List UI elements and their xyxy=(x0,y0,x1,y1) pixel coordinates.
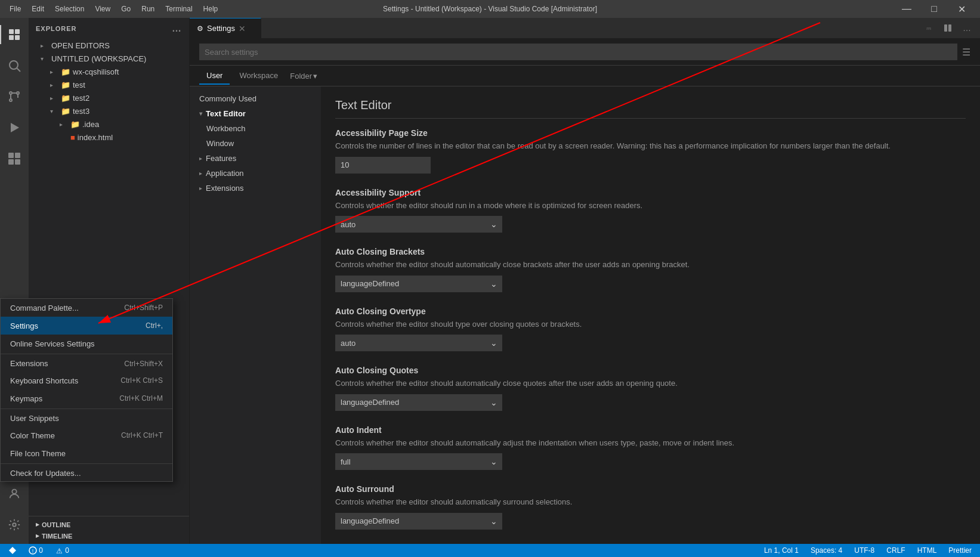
nav-commonly-used[interactable]: Commonly Used xyxy=(190,91,321,106)
context-menu-command-palette[interactable]: Command Palette... Ctrl+Shift+P xyxy=(1,299,172,317)
settings-body: Commonly Used ▾ Text Editor Workbench Wi… xyxy=(190,86,980,544)
status-encoding[interactable]: UTF-8 xyxy=(851,544,878,557)
nav-window[interactable]: Window xyxy=(190,136,321,151)
open-editors-section[interactable]: ▸ OPEN EDITORS xyxy=(29,39,189,52)
user-tab[interactable]: User xyxy=(199,67,230,85)
accounts-activity-icon[interactable] xyxy=(0,479,29,508)
workspace-label: UNTITLED (WORKSPACE) xyxy=(51,54,146,63)
context-menu-user-snippets[interactable]: User Snippets xyxy=(1,409,172,426)
extensions-activity-icon[interactable] xyxy=(0,144,29,173)
tree-item-wx[interactable]: ▸ 📁 wx-cqshilisoft xyxy=(29,65,189,78)
workspace-tab[interactable]: Workspace xyxy=(232,67,285,85)
context-menu-settings[interactable]: Settings Ctrl+, xyxy=(1,317,172,335)
context-menu-keyboard-shortcuts[interactable]: Keyboard Shortcuts Ctrl+K Ctrl+S xyxy=(1,372,172,389)
tree-item-test[interactable]: ▸ 📁 test xyxy=(29,78,189,91)
context-menu-color-theme[interactable]: Color Theme Ctrl+K Ctrl+T xyxy=(1,426,172,444)
settings-tab-close[interactable]: ✕ xyxy=(239,24,246,33)
manage-activity-icon[interactable] xyxy=(0,510,29,539)
nav-text-editor[interactable]: ▾ Text Editor xyxy=(190,106,321,121)
copy-to-side-button[interactable]: ⎓ xyxy=(920,20,937,36)
nav-features-label: Features xyxy=(206,154,236,163)
tree-item-test2[interactable]: ▸ 📁 test2 xyxy=(29,91,189,104)
tree-item-test3[interactable]: ▾ 📁 test3 xyxy=(29,104,189,117)
folder-tab[interactable]: Folder ▾ xyxy=(287,68,320,84)
auto-indent-desc: Controls whether the editor should autom… xyxy=(335,437,966,449)
status-errors[interactable]: ! 0 xyxy=(25,544,47,557)
settings-search-input[interactable] xyxy=(199,44,957,60)
source-control-activity-icon[interactable] xyxy=(0,82,29,111)
nav-extensions[interactable]: ▸ Extensions xyxy=(190,181,321,196)
menu-help[interactable]: Help xyxy=(199,4,223,14)
auto-indent-select[interactable]: nonekeepbracketsadvancedfull xyxy=(335,453,502,470)
svg-rect-2 xyxy=(9,35,14,40)
accessibility-support-desc: Controls whether the editor should run i… xyxy=(335,200,966,212)
settings-filter-icon[interactable]: ☰ xyxy=(962,47,970,58)
maximize-button[interactable]: □ xyxy=(920,0,948,18)
tab-bar: ⚙ Settings ✕ ⎓ … xyxy=(190,18,980,39)
status-language[interactable]: HTML xyxy=(914,544,941,557)
svg-marker-10 xyxy=(11,123,19,132)
status-remote[interactable] xyxy=(5,544,20,557)
status-bar: ! 0 ⚠ 0 Ln 1, Col 1 Spaces: 4 UTF-8 CRLF… xyxy=(0,544,980,557)
settings-search-bar: ☰ xyxy=(190,39,980,66)
menu-terminal[interactable]: Terminal xyxy=(160,4,197,14)
open-editors-chevron: ▸ xyxy=(41,42,49,49)
accessibility-page-size-desc: Controls the number of lines in the edit… xyxy=(335,140,966,152)
status-spaces[interactable]: Spaces: 4 xyxy=(807,544,846,557)
tab-bar-actions: ⎓ … xyxy=(916,18,980,38)
html-file-icon: ■ xyxy=(70,133,75,142)
search-activity-icon[interactable] xyxy=(0,51,29,80)
context-menu-online-services[interactable]: Online Services Settings xyxy=(1,335,172,352)
status-formatter[interactable]: Prettier xyxy=(945,544,975,557)
context-menu-file-icon-theme[interactable]: File Icon Theme xyxy=(1,444,172,462)
auto-closing-brackets-select[interactable]: languageDefinedalwaysbeforeWhitespacenev… xyxy=(335,276,502,292)
auto-closing-quotes-select[interactable]: languageDefinedalwaysbeforeWhitespacenev… xyxy=(335,394,502,411)
menu-file[interactable]: File xyxy=(5,4,26,14)
auto-closing-quotes-select-wrapper: languageDefinedalwaysbeforeWhitespacenev… xyxy=(335,394,502,411)
status-ln-col[interactable]: Ln 1, Col 1 xyxy=(760,544,802,557)
nav-features[interactable]: ▸ Features xyxy=(190,151,321,166)
nav-workbench[interactable]: Workbench xyxy=(190,121,321,136)
auto-closing-overtype-select[interactable]: autoalwaysnever xyxy=(335,335,502,351)
folder-icon-test2: 📁 xyxy=(61,94,70,103)
menu-selection[interactable]: Selection xyxy=(50,4,89,14)
test-chevron: ▸ xyxy=(50,82,58,88)
timeline-label: TIMELINE xyxy=(42,533,72,540)
accessibility-page-size-title: Accessibility Page Size xyxy=(335,128,966,138)
context-menu-keymaps[interactable]: Keymaps Ctrl+K Ctrl+M xyxy=(1,389,172,407)
run-debug-activity-icon[interactable] xyxy=(0,113,29,142)
settings-tab[interactable]: ⚙ Settings ✕ xyxy=(190,18,261,38)
test-label: test xyxy=(73,81,85,89)
menu-edit[interactable]: Edit xyxy=(27,4,49,14)
tree-item-idea[interactable]: ▸ 📁 .idea xyxy=(29,117,189,131)
auto-surround-select[interactable]: languageDefinedquotesbracketsnever xyxy=(335,513,502,530)
menu-view[interactable]: View xyxy=(90,4,115,14)
minimize-button[interactable]: — xyxy=(893,0,920,18)
menu-run[interactable]: Run xyxy=(137,4,159,14)
sidebar-more-actions-icon[interactable]: … xyxy=(172,23,182,34)
tree-item-indexhtml[interactable]: ▸ ■ index.html xyxy=(29,131,189,144)
more-tab-actions-button[interactable]: … xyxy=(959,20,975,36)
open-editors-label: OPEN EDITORS xyxy=(51,41,110,50)
outline-section[interactable]: ▸ OUTLINE xyxy=(29,519,189,530)
status-warnings[interactable]: ⚠ 0 xyxy=(51,544,73,557)
check-updates-label: Check for Updates... xyxy=(10,469,81,478)
file-icon-theme-label: File Icon Theme xyxy=(10,449,66,458)
context-menu-extensions[interactable]: Extensions Ctrl+Shift+X xyxy=(1,354,172,372)
close-button[interactable]: ✕ xyxy=(948,0,975,18)
status-line-endings[interactable]: CRLF xyxy=(883,544,908,557)
titlebar-menu: File Edit Selection View Go Run Terminal… xyxy=(5,4,222,14)
context-menu-check-updates[interactable]: Check for Updates... xyxy=(1,463,172,481)
nav-application[interactable]: ▸ Application xyxy=(190,166,321,181)
split-editor-button[interactable] xyxy=(939,20,956,36)
menu-go[interactable]: Go xyxy=(116,4,135,14)
explorer-activity-icon[interactable] xyxy=(0,20,29,49)
workspace-section[interactable]: ▾ UNTITLED (WORKSPACE) xyxy=(29,52,189,65)
settings-main: Text Editor Accessibility Page Size Cont… xyxy=(321,86,980,544)
keymaps-shortcut: Ctrl+K Ctrl+M xyxy=(119,394,163,403)
settings-nav: Commonly Used ▾ Text Editor Workbench Wi… xyxy=(190,86,321,544)
folder-icon-test: 📁 xyxy=(61,81,70,89)
timeline-section[interactable]: ▸ TIMELINE xyxy=(29,530,189,541)
accessibility-support-select[interactable]: autoonoff xyxy=(335,216,502,233)
accessibility-page-size-input[interactable] xyxy=(335,157,431,174)
